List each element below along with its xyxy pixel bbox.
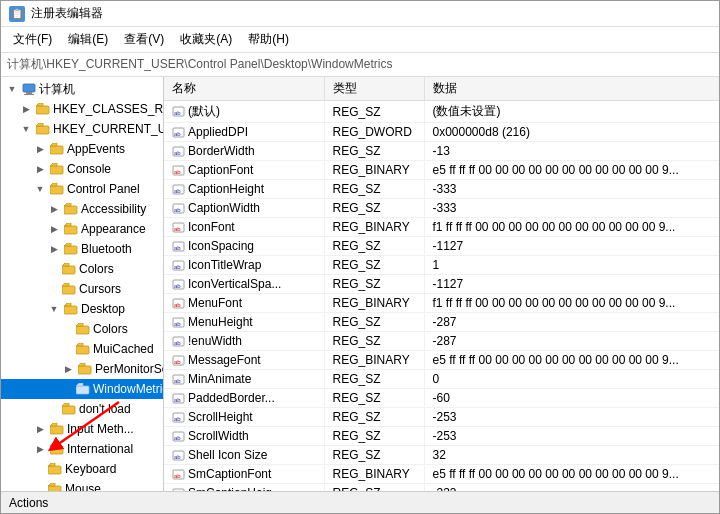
hkcu-folder-icon xyxy=(35,122,51,136)
menu-file[interactable]: 文件(F) xyxy=(5,29,60,50)
table-row[interactable]: abMenuHeightREG_SZ-287 xyxy=(164,313,719,332)
permonitor-label: PerMonitorSettings xyxy=(95,360,164,378)
tree-item-accessibility[interactable]: ▶ Accessibility xyxy=(1,199,163,219)
reg-value-icon: ab xyxy=(172,488,185,491)
expand-appevents[interactable]: ▶ xyxy=(33,142,47,156)
reg-type-cell: REG_BINARY xyxy=(324,351,424,370)
expand-appearance[interactable]: ▶ xyxy=(47,222,61,236)
col-type[interactable]: 类型 xyxy=(324,77,424,101)
reg-data-cell: -1127 xyxy=(424,275,719,294)
reg-name-cell: ab!enuWidth xyxy=(164,332,324,351)
table-row[interactable]: abBorderWidthREG_SZ-13 xyxy=(164,142,719,161)
reg-type-cell: REG_DWORD xyxy=(324,123,424,142)
tree-item-mouse[interactable]: Mouse xyxy=(1,479,163,491)
reg-name-cell: abIconVerticalSpa... xyxy=(164,275,324,294)
tree-item-appevents[interactable]: ▶ AppEvents xyxy=(1,139,163,159)
table-row[interactable]: abIconTitleWrapREG_SZ1 xyxy=(164,256,719,275)
svg-rect-7 xyxy=(50,146,63,154)
reg-value-icon: ab xyxy=(172,336,185,348)
tree-item-muicached[interactable]: MuiCached xyxy=(1,339,163,359)
tree-item-cursors[interactable]: Cursors xyxy=(1,279,163,299)
expand-hkcr[interactable]: ▶ xyxy=(19,102,33,116)
reg-data-cell: e5 ff ff ff 00 00 00 00 00 00 00 00 00 0… xyxy=(424,465,719,484)
tree-item-windowmetrics[interactable]: WindowMetrics xyxy=(1,379,163,399)
table-row[interactable]: abCaptionFontREG_BINARYe5 ff ff ff 00 00… xyxy=(164,161,719,180)
table-row[interactable]: abSmCaptionFontREG_BINARYe5 ff ff ff 00 … xyxy=(164,465,719,484)
reg-value-icon: ab xyxy=(172,106,185,118)
table-row[interactable]: abAppliedDPIREG_DWORD0x000000d8 (216) xyxy=(164,123,719,142)
table-row[interactable]: abCaptionWidthREG_SZ-333 xyxy=(164,199,719,218)
table-row[interactable]: abMinAnimateREG_SZ0 xyxy=(164,370,719,389)
expand-bluetooth[interactable]: ▶ xyxy=(47,242,61,256)
expand-inputmethod[interactable]: ▶ xyxy=(33,422,47,436)
tree-panel: ▼ 计算机 ▶ HKEY_CLASSES_ROOT xyxy=(1,77,164,491)
tree-item-desktop-colors[interactable]: Colors xyxy=(1,319,163,339)
reg-data-cell: (数值未设置) xyxy=(424,101,719,123)
menu-edit[interactable]: 编辑(E) xyxy=(60,29,116,50)
table-row[interactable]: abSmCaptionHeig...REG_SZ-333 xyxy=(164,484,719,492)
tree-item-dontload[interactable]: don't load xyxy=(1,399,163,419)
expand-controlpanel[interactable]: ▼ xyxy=(33,182,47,196)
reg-data-cell: -333 xyxy=(424,180,719,199)
col-data[interactable]: 数据 xyxy=(424,77,719,101)
table-row[interactable]: ab!enuWidthREG_SZ-287 xyxy=(164,332,719,351)
svg-text:ab: ab xyxy=(174,207,181,213)
tree-item-hkcr[interactable]: ▶ HKEY_CLASSES_ROOT xyxy=(1,99,163,119)
reg-value-icon: ab xyxy=(172,450,185,462)
tree-item-appearance[interactable]: ▶ Appearance xyxy=(1,219,163,239)
tree-item-desktop[interactable]: ▼ Desktop xyxy=(1,299,163,319)
table-row[interactable]: abMessageFontREG_BINARYe5 ff ff ff 00 00… xyxy=(164,351,719,370)
reg-type-cell: REG_SZ xyxy=(324,237,424,256)
tree-item-permonitor[interactable]: ▶ PerMonitorSettings xyxy=(1,359,163,379)
tree-item-international[interactable]: ▶ International xyxy=(1,439,163,459)
muicached-folder-icon xyxy=(75,342,91,356)
table-row[interactable]: abPaddedBorder...REG_SZ-60 xyxy=(164,389,719,408)
table-row[interactable]: abIconFontREG_BINARYf1 ff ff ff 00 00 00… xyxy=(164,218,719,237)
reg-name-cell: abAppliedDPI xyxy=(164,123,324,142)
menu-view[interactable]: 查看(V) xyxy=(116,29,172,50)
tree-item-computer[interactable]: ▼ 计算机 xyxy=(1,79,163,99)
detail-panel: 名称 类型 数据 ab(默认)REG_SZ(数值未设置)abAppliedDPI… xyxy=(164,77,719,491)
table-row[interactable]: abScrollWidthREG_SZ-253 xyxy=(164,427,719,446)
table-row[interactable]: abMenuFontREG_BINARYf1 ff ff ff 00 00 00… xyxy=(164,294,719,313)
expand-hkcu[interactable]: ▼ xyxy=(19,122,33,136)
window-title: 注册表编辑器 xyxy=(31,5,103,22)
svg-text:ab: ab xyxy=(174,283,181,289)
svg-rect-19 xyxy=(76,386,89,394)
expand-desktop[interactable]: ▼ xyxy=(47,302,61,316)
table-row[interactable]: abShell Icon SizeREG_SZ32 xyxy=(164,446,719,465)
reg-data-cell: -253 xyxy=(424,427,719,446)
expand-international[interactable]: ▶ xyxy=(33,442,47,456)
tree-item-colors[interactable]: Colors xyxy=(1,259,163,279)
table-row[interactable]: abIconVerticalSpa...REG_SZ-1127 xyxy=(164,275,719,294)
svg-rect-18 xyxy=(78,366,91,374)
tree-item-inputmethod[interactable]: ▶ Input Meth... xyxy=(1,419,163,439)
inputmethod-folder-icon xyxy=(49,422,65,436)
reg-type-cell: REG_SZ xyxy=(324,408,424,427)
expand-console[interactable]: ▶ xyxy=(33,162,47,176)
table-row[interactable]: ab(默认)REG_SZ(数值未设置) xyxy=(164,101,719,123)
desktop-colors-folder-icon xyxy=(75,322,91,336)
tree-item-console[interactable]: ▶ Console xyxy=(1,159,163,179)
menu-help[interactable]: 帮助(H) xyxy=(240,29,297,50)
table-row[interactable]: abIconSpacingREG_SZ-1127 xyxy=(164,237,719,256)
svg-rect-14 xyxy=(62,286,75,294)
tree-item-bluetooth[interactable]: ▶ Bluetooth xyxy=(1,239,163,259)
expand-accessibility[interactable]: ▶ xyxy=(47,202,61,216)
tree-item-controlpanel[interactable]: ▼ Control Panel xyxy=(1,179,163,199)
svg-rect-9 xyxy=(50,186,63,194)
svg-text:ab: ab xyxy=(174,169,181,175)
table-row[interactable]: abScrollHeightREG_SZ-253 xyxy=(164,408,719,427)
table-row[interactable]: abCaptionHeightREG_SZ-333 xyxy=(164,180,719,199)
appevents-label: AppEvents xyxy=(67,140,125,158)
expand-permonitor[interactable]: ▶ xyxy=(61,362,75,376)
tree-item-keyboard[interactable]: Keyboard xyxy=(1,459,163,479)
col-name[interactable]: 名称 xyxy=(164,77,324,101)
expand-computer[interactable]: ▼ xyxy=(5,82,19,96)
international-folder-icon xyxy=(49,442,65,456)
menu-favorites[interactable]: 收藏夹(A) xyxy=(172,29,240,50)
reg-data-cell: -13 xyxy=(424,142,719,161)
tree-item-hkcu[interactable]: ▼ HKEY_CURRENT_USER xyxy=(1,119,163,139)
reg-data-cell: 0 xyxy=(424,370,719,389)
console-label: Console xyxy=(67,160,111,178)
